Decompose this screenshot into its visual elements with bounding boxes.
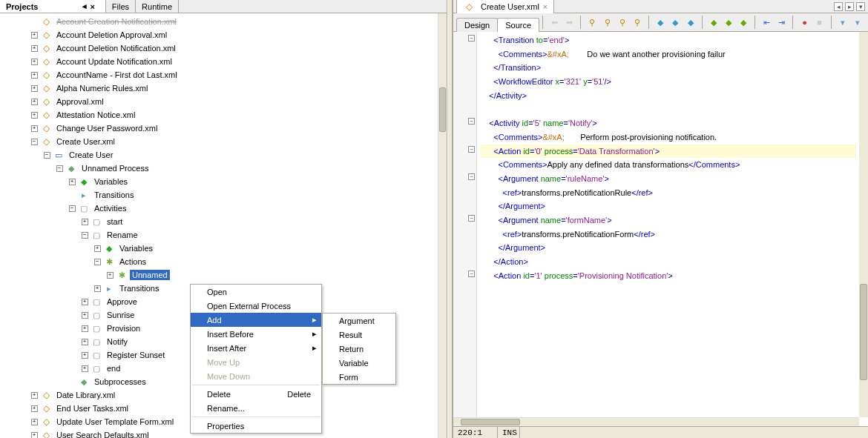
splitter-vertical[interactable] xyxy=(447,0,453,438)
tree-activity-rename[interactable]: −Rename xyxy=(0,228,438,242)
tree-expander[interactable]: + xyxy=(79,216,91,228)
tree-row-truncated[interactable]: Account Creation Notification.xml xyxy=(0,15,438,28)
tree-expander[interactable]: + xyxy=(28,429,40,438)
tree-activities[interactable]: −Activities xyxy=(0,202,438,215)
ctx-delete[interactable]: DeleteDelete xyxy=(191,387,321,401)
ctx-add-variable[interactable]: Variable xyxy=(323,356,395,370)
toggle-highlight-icon[interactable]: ⚲ xyxy=(631,15,644,30)
tree-file[interactable]: +Change User Password.xml xyxy=(0,122,438,135)
tree-expander[interactable]: + xyxy=(79,322,91,334)
tree-file[interactable]: +Account Deletion Notification.xml xyxy=(0,42,438,55)
ctx-insert-after[interactable]: Insert After▸ xyxy=(191,341,321,355)
tree-expander[interactable]: + xyxy=(28,402,40,414)
find-next-icon[interactable]: ⚲ xyxy=(616,15,629,30)
close-tab-icon[interactable]: × xyxy=(543,2,548,11)
tab-menu-icon[interactable]: ▾ xyxy=(856,2,865,11)
comment-icon[interactable]: ▾ xyxy=(836,15,849,30)
scroll-thumb[interactable] xyxy=(461,419,520,425)
scroll-thumb[interactable] xyxy=(860,284,867,380)
nav-forward-icon[interactable]: ➡ xyxy=(562,15,576,30)
match-next-icon[interactable]: ◆ xyxy=(722,15,735,30)
ctx-properties[interactable]: Properties xyxy=(191,419,321,433)
nav-back-icon[interactable]: ⬅ xyxy=(548,15,561,30)
tree-expander[interactable]: + xyxy=(28,416,40,428)
tree-expander[interactable]: + xyxy=(28,69,40,81)
bookmark-toggle-icon[interactable]: ◆ xyxy=(683,15,697,30)
tree-expander[interactable]: + xyxy=(28,96,40,107)
tree-unnamed-process[interactable]: −Unnamed Process xyxy=(0,162,438,175)
ctx-add-form[interactable]: Form xyxy=(323,370,395,384)
ctx-add-argument[interactable]: Argument xyxy=(323,313,395,328)
bookmark-next-icon[interactable]: ◆ xyxy=(668,15,682,30)
tree-file[interactable]: +Alpha Numeric Rules.xml xyxy=(0,82,438,95)
tree-expander[interactable]: − xyxy=(53,162,65,174)
tree-file[interactable]: +Account Update Notification.xml xyxy=(0,55,438,68)
tree-actions[interactable]: −Actions xyxy=(0,255,438,268)
bookmark-prev-icon[interactable]: ◆ xyxy=(654,15,667,30)
tree-expander[interactable]: + xyxy=(28,389,40,401)
shift-right-icon[interactable]: ⇥ xyxy=(775,15,788,30)
tree-expander[interactable]: + xyxy=(79,309,91,321)
shift-left-icon[interactable]: ⇤ xyxy=(760,15,773,30)
ctx-rename[interactable]: Rename... xyxy=(191,401,321,415)
tree-variables[interactable]: +Variables xyxy=(0,242,438,255)
tree-action-unnamed[interactable]: +Unnamed xyxy=(0,268,438,282)
editor-hscrollbar[interactable] xyxy=(453,417,859,426)
tree-expander[interactable]: + xyxy=(28,29,40,41)
tree-expander[interactable]: − xyxy=(41,149,53,161)
tree-expander[interactable]: + xyxy=(28,56,40,67)
tree-activity-start[interactable]: +start xyxy=(0,215,438,228)
fold-icon[interactable]: − xyxy=(468,271,475,277)
mode-tab-design[interactable]: Design xyxy=(456,18,498,32)
tree-expander[interactable]: + xyxy=(91,242,103,254)
fold-icon[interactable]: − xyxy=(468,35,475,42)
editor-tab-create-user[interactable]: Create User.xml × xyxy=(456,0,554,13)
match-toggle-icon[interactable]: ◆ xyxy=(737,15,750,30)
ctx-open[interactable]: Open xyxy=(191,285,321,299)
tree-file[interactable]: +Account Deletion Approval.xml xyxy=(0,28,438,42)
ctx-add-return[interactable]: Return xyxy=(323,342,395,356)
tree-file[interactable]: +Attestation Notice.xml xyxy=(0,108,438,122)
tab-left-icon[interactable]: ◂ xyxy=(82,1,87,11)
tree-expander[interactable]: + xyxy=(28,122,40,134)
ctx-insert-before[interactable]: Insert Before▸ xyxy=(191,327,321,341)
tab-prev-icon[interactable]: ◂ xyxy=(834,2,843,11)
tree-variables[interactable]: +Variables xyxy=(0,175,438,188)
tree-scrollbar[interactable] xyxy=(438,13,447,438)
tree-expander[interactable]: + xyxy=(79,336,91,348)
tree-file[interactable]: +AccountName - First dot Last.xml xyxy=(0,68,438,82)
tree-file[interactable]: +Approval.xml xyxy=(0,95,438,108)
tree-expander[interactable]: − xyxy=(79,229,91,241)
tree-file-create-user[interactable]: −Create User.xml xyxy=(0,135,438,148)
tree-expander[interactable]: + xyxy=(79,362,91,374)
match-prev-icon[interactable]: ◆ xyxy=(707,15,720,30)
ctx-open-external[interactable]: Open External Process xyxy=(191,299,321,313)
tree-expander[interactable]: + xyxy=(28,42,40,54)
fold-icon[interactable]: − xyxy=(468,146,475,153)
tree-expander[interactable]: + xyxy=(91,282,103,294)
tab-projects[interactable]: Projects ◂ × xyxy=(0,0,106,13)
mode-tab-source[interactable]: Source xyxy=(497,18,539,32)
tree-expander[interactable]: + xyxy=(79,349,91,361)
tree-expander[interactable]: − xyxy=(66,202,78,214)
find-selection-icon[interactable]: ⚲ xyxy=(585,15,599,30)
tree-expander[interactable]: + xyxy=(79,296,91,308)
tree-create-user[interactable]: −Create User xyxy=(0,148,438,162)
tab-close-icon[interactable]: × xyxy=(90,2,94,11)
code-area[interactable]: <Transition to='end'> <Comments>&#xA; Do… xyxy=(477,32,859,417)
fold-icon[interactable]: − xyxy=(468,215,475,222)
tree-expander[interactable]: − xyxy=(28,136,40,147)
tree-expander[interactable]: + xyxy=(66,176,78,188)
ctx-add-result[interactable]: Result xyxy=(323,328,395,342)
tab-files[interactable]: Files xyxy=(106,0,136,13)
scroll-thumb[interactable] xyxy=(439,87,446,132)
code-editor[interactable]: −−−−−− <Transition to='end'> <Comments>&… xyxy=(453,32,859,417)
tab-next-icon[interactable]: ▸ xyxy=(845,2,854,11)
uncomment-icon[interactable]: ▾ xyxy=(851,15,864,30)
find-prev-icon[interactable]: ⚲ xyxy=(601,15,614,30)
tree-expander[interactable]: + xyxy=(104,269,116,281)
tree-transitions[interactable]: Transitions xyxy=(0,188,438,202)
tree-expander[interactable]: + xyxy=(28,82,40,94)
fold-icon[interactable]: − xyxy=(468,173,475,180)
tab-runtime[interactable]: Runtime xyxy=(136,0,179,13)
